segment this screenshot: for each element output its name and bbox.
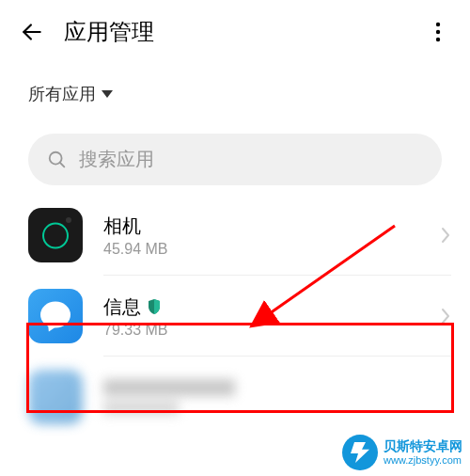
- messages-icon: [28, 289, 83, 343]
- back-arrow-icon: [20, 20, 44, 44]
- app-info: 信息 79.33 MB: [103, 294, 440, 339]
- more-menu-button[interactable]: [425, 19, 451, 45]
- app-item-camera[interactable]: 相机 45.94 MB: [0, 195, 470, 276]
- app-size: 45.94 MB: [103, 241, 440, 258]
- svg-point-3: [436, 38, 440, 41]
- search-input[interactable]: 搜索应用: [28, 134, 442, 185]
- chevron-right-icon: [440, 307, 451, 325]
- watermark-logo-icon: [342, 435, 378, 470]
- app-name: 相机: [103, 213, 141, 239]
- svg-line-5: [60, 162, 65, 167]
- chevron-down-icon: [102, 90, 113, 98]
- app-item-messages[interactable]: 信息 79.33 MB: [0, 276, 470, 357]
- app-name: 信息: [103, 294, 141, 320]
- more-vertical-icon: [435, 21, 441, 43]
- app-size: 79.33 MB: [103, 322, 440, 339]
- shield-icon: [147, 298, 162, 315]
- search-placeholder: 搜索应用: [79, 147, 154, 172]
- svg-point-1: [436, 23, 440, 26]
- app-list: 相机 45.94 MB 信息 79.33 MB: [0, 195, 470, 437]
- header-left: 应用管理: [19, 17, 154, 47]
- filter-label: 所有应用: [28, 83, 96, 105]
- filter-dropdown[interactable]: 所有应用: [0, 64, 470, 124]
- svg-point-2: [436, 30, 440, 34]
- header: 应用管理: [0, 0, 470, 64]
- back-button[interactable]: [19, 19, 45, 45]
- search-icon: [47, 150, 68, 170]
- page-title: 应用管理: [64, 17, 154, 47]
- watermark-title: 贝斯特安卓网: [384, 438, 462, 454]
- camera-icon: [28, 208, 83, 262]
- app-info: 相机 45.94 MB: [103, 213, 440, 258]
- chevron-right-icon: [440, 226, 451, 245]
- app-item-blurred: [0, 357, 470, 437]
- watermark: 贝斯特安卓网 www.zjbstyy.com: [342, 435, 462, 470]
- watermark-url: www.zjbstyy.com: [384, 454, 462, 467]
